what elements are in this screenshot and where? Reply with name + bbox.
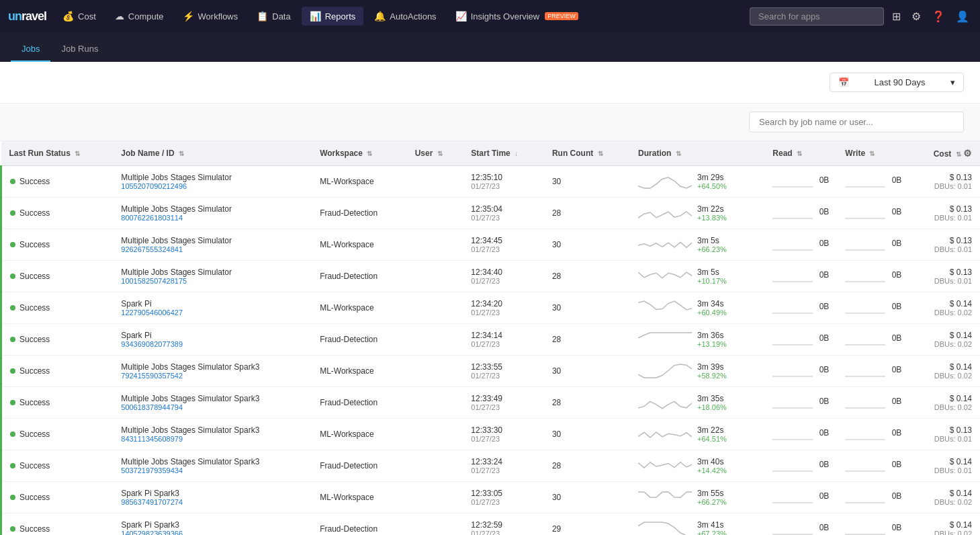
write-bar xyxy=(845,407,885,409)
read-bar xyxy=(772,313,813,314)
duration-value: 3m 41s xyxy=(697,520,727,530)
workspace-cell: ML-Workspace xyxy=(312,419,407,450)
sort-icon-status: ⇅ xyxy=(75,150,80,157)
nav-item-autoactions[interactable]: 🔔 AutoActions xyxy=(366,7,444,26)
starttime-cell: 12:33:05 01/27/23 xyxy=(463,482,544,513)
duration-change: +64.50% xyxy=(697,182,727,190)
write-value: 0B xyxy=(845,302,901,311)
job-name: Spark Pi Spark3 xyxy=(121,520,304,530)
start-time: 12:33:49 xyxy=(471,394,536,403)
dbus-value: DBUs: 0.02 xyxy=(918,530,972,535)
jobname-cell: Multiple Jobs Stages Simulator 100158250… xyxy=(113,261,312,292)
nav-item-reports[interactable]: 📊 Reports xyxy=(302,7,364,26)
job-id-link[interactable]: 985637491707274 xyxy=(121,498,304,506)
job-search-input[interactable] xyxy=(749,112,964,132)
read-cell: 0B xyxy=(764,166,837,198)
job-id-link[interactable]: 934369082077389 xyxy=(121,340,304,348)
status-text: Success xyxy=(19,366,50,376)
workspace-cell: Fraud-Detection xyxy=(312,450,407,482)
cost-value: $ 0.14 xyxy=(918,394,972,403)
write-cell: 0B xyxy=(837,482,909,513)
write-bar xyxy=(845,218,885,219)
starttime-cell: 12:32:59 01/27/23 xyxy=(463,513,544,536)
col-header-workspace[interactable]: Workspace ⇅ xyxy=(312,141,407,166)
job-id-link[interactable]: 926267555324841 xyxy=(121,245,304,253)
sparkline-chart xyxy=(638,424,692,444)
col-header-duration[interactable]: Duration ⇅ xyxy=(630,141,764,166)
col-header-user[interactable]: User ⇅ xyxy=(407,141,463,166)
write-bar xyxy=(845,313,885,314)
read-cell: 0B xyxy=(764,261,837,292)
job-id-link[interactable]: 792415590357542 xyxy=(121,372,304,380)
dbus-value: DBUs: 0.01 xyxy=(918,182,972,190)
user-cell xyxy=(407,261,463,292)
col-header-read[interactable]: Read ⇅ xyxy=(764,141,837,166)
col-header-jobname[interactable]: Job Name / ID ⇅ xyxy=(113,141,312,166)
cost-cell: $ 0.14 DBUs: 0.02 xyxy=(909,292,980,324)
duration-value: 3m 29s xyxy=(697,173,727,182)
cost-cell: $ 0.13 DBUs: 0.01 xyxy=(909,198,980,229)
job-name: Multiple Jobs Stages Simulator xyxy=(121,173,304,182)
nav-item-insights[interactable]: 📈 Insights Overview PREVIEW xyxy=(447,7,586,26)
grid-icon[interactable]: ⊞ xyxy=(889,7,903,26)
status-dot xyxy=(10,463,15,468)
sub-nav-item-jobruns[interactable]: Job Runs xyxy=(50,37,109,62)
workspace-cell: ML-Workspace xyxy=(312,166,407,198)
nav-item-data[interactable]: 📋 Data xyxy=(249,7,298,26)
col-header-starttime[interactable]: Start Time ↓ xyxy=(463,141,544,166)
write-cell: 0B xyxy=(837,419,909,450)
jobname-cell: Spark Pi 934369082077389 xyxy=(113,324,312,356)
user-cell xyxy=(407,387,463,419)
job-id-link[interactable]: 843111345608979 xyxy=(121,435,304,443)
runcount-cell: 30 xyxy=(544,419,630,450)
cost-cell: $ 0.13 DBUs: 0.01 xyxy=(909,229,980,261)
runcount-cell: 28 xyxy=(544,261,630,292)
runcount-cell: 28 xyxy=(544,198,630,229)
dbus-value: DBUs: 0.01 xyxy=(918,277,972,285)
job-id-link[interactable]: 122790546006427 xyxy=(121,308,304,317)
cost-cell: $ 0.14 DBUs: 0.02 xyxy=(909,513,980,536)
write-cell: 0B xyxy=(837,513,909,536)
cost-cell: $ 0.13 DBUs: 0.01 xyxy=(909,419,980,450)
runcount-cell: 30 xyxy=(544,292,630,324)
jobname-cell: Multiple Jobs Stages Simulator 800762261… xyxy=(113,198,312,229)
table-settings-icon[interactable]: ⚙ xyxy=(963,148,972,159)
date-range-select[interactable]: 📅 Last 90 Days ▾ xyxy=(830,73,964,92)
nav-item-cost[interactable]: 💰 Cost xyxy=(54,7,104,26)
user-icon[interactable]: 👤 xyxy=(953,7,972,26)
workspace-cell: Fraud-Detection xyxy=(312,261,407,292)
table-row: Success Spark Pi 122790546006427 ML-Work… xyxy=(1,292,981,324)
read-value: 0B xyxy=(772,239,829,248)
search-input[interactable] xyxy=(750,7,884,26)
duration-change: +13.19% xyxy=(697,340,727,348)
sparkline-chart xyxy=(638,393,692,413)
job-id-link[interactable]: 140529823639366 xyxy=(121,530,304,535)
job-id-link[interactable]: 503721979359434 xyxy=(121,466,304,475)
job-id-link[interactable]: 500618378944794 xyxy=(121,403,304,411)
job-name: Spark Pi xyxy=(121,331,304,340)
job-id-link[interactable]: 800762261803114 xyxy=(121,214,304,222)
read-value: 0B xyxy=(772,428,829,438)
duration-cell: 3m 36s +13.19% xyxy=(630,324,764,356)
status-dot xyxy=(10,431,15,437)
cost-icon: 💰 xyxy=(62,11,74,22)
job-id-link[interactable]: 1055207090212496 xyxy=(121,182,304,190)
start-date: 01/27/23 xyxy=(471,403,536,411)
col-header-status[interactable]: Last Run Status ⇅ xyxy=(1,141,114,166)
settings-icon[interactable]: ⚙ xyxy=(909,7,924,26)
nav-item-workflows[interactable]: ⚡ Workflows xyxy=(175,7,247,26)
nav-item-compute[interactable]: ☁ Compute xyxy=(107,7,172,26)
write-value: 0B xyxy=(845,428,901,438)
col-header-runcount[interactable]: Run Count ⇅ xyxy=(544,141,630,166)
help-icon[interactable]: ❓ xyxy=(929,7,948,26)
status-text: Success xyxy=(19,398,50,407)
sub-nav-item-jobs[interactable]: Jobs xyxy=(11,37,50,62)
col-header-cost[interactable]: Cost ⇅ ⚙ xyxy=(909,141,980,166)
col-header-write[interactable]: Write ⇅ xyxy=(837,141,909,166)
table-row: Success Spark Pi Spark3 140529823639366 … xyxy=(1,513,981,536)
read-cell: 0B xyxy=(764,356,837,387)
job-id-link[interactable]: 1001582507428175 xyxy=(121,277,304,285)
table-body: Success Multiple Jobs Stages Simulator 1… xyxy=(1,166,981,536)
jobname-cell: Spark Pi Spark3 140529823639366 xyxy=(113,513,312,536)
runcount-cell: 29 xyxy=(544,513,630,536)
